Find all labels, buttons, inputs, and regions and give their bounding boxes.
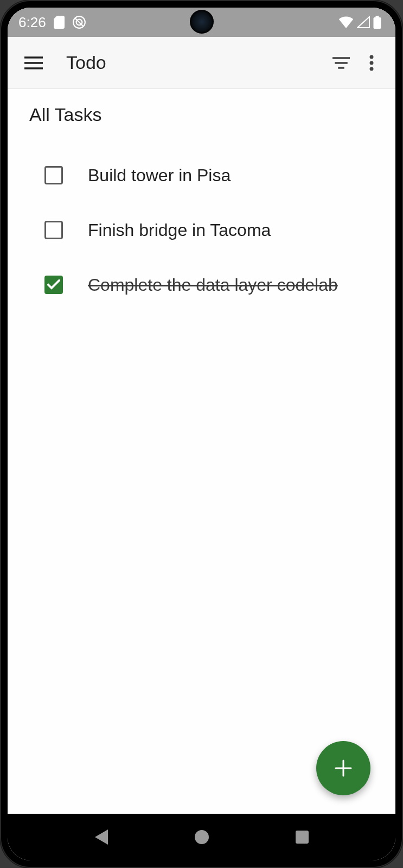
task-list: Build tower in Pisa Finish bridge in Tac…: [29, 148, 376, 312]
battery-icon: [373, 16, 381, 29]
back-icon: [95, 829, 108, 845]
check-icon: [47, 279, 60, 290]
recents-icon: [296, 831, 309, 844]
more-vert-icon: [369, 55, 374, 71]
section-title: All Tasks: [29, 104, 376, 125]
svg-point-13: [370, 67, 374, 71]
status-right: [338, 16, 381, 29]
svg-point-16: [195, 830, 209, 844]
filter-icon: [332, 57, 350, 69]
app-title: Todo: [66, 52, 326, 73]
task-row[interactable]: Build tower in Pisa: [29, 148, 376, 203]
svg-point-11: [370, 55, 374, 59]
sd-card-icon: [54, 16, 65, 29]
navigation-bar: [8, 814, 395, 860]
task-label[interactable]: Build tower in Pisa: [88, 163, 231, 188]
app-bar: Todo: [8, 37, 395, 89]
menu-button[interactable]: [21, 50, 47, 76]
task-label[interactable]: Finish bridge in Tacoma: [88, 218, 271, 242]
content-area: All Tasks Build tower in Pisa Finish bri…: [8, 89, 395, 814]
signal-icon: [357, 16, 370, 28]
task-row[interactable]: Finish bridge in Tacoma: [29, 203, 376, 258]
svg-rect-17: [296, 831, 309, 844]
task-label[interactable]: Complete the data layer codelab: [88, 273, 338, 297]
status-left: 6:26: [18, 14, 86, 31]
svg-point-12: [370, 61, 374, 65]
home-icon: [195, 830, 209, 844]
svg-rect-3: [374, 17, 381, 29]
task-row[interactable]: Complete the data layer codelab: [29, 258, 376, 312]
filter-button[interactable]: [326, 48, 356, 78]
svg-rect-4: [376, 16, 379, 18]
hamburger-icon: [24, 56, 43, 69]
wifi-icon: [338, 16, 354, 28]
task-checkbox[interactable]: [44, 221, 63, 239]
overflow-menu-button[interactable]: [356, 48, 387, 78]
add-task-fab[interactable]: [316, 741, 370, 795]
plus-icon: [334, 758, 353, 778]
nav-home-button[interactable]: [189, 824, 215, 850]
device-frame: 6:26: [0, 0, 403, 868]
nav-recents-button[interactable]: [289, 824, 315, 850]
nav-back-button[interactable]: [88, 824, 114, 850]
screen: 6:26: [8, 8, 395, 860]
task-checkbox[interactable]: [44, 166, 63, 184]
task-checkbox[interactable]: [44, 276, 63, 294]
do-not-disturb-icon: [72, 15, 86, 29]
status-time: 6:26: [18, 14, 46, 31]
camera-notch: [190, 10, 214, 34]
